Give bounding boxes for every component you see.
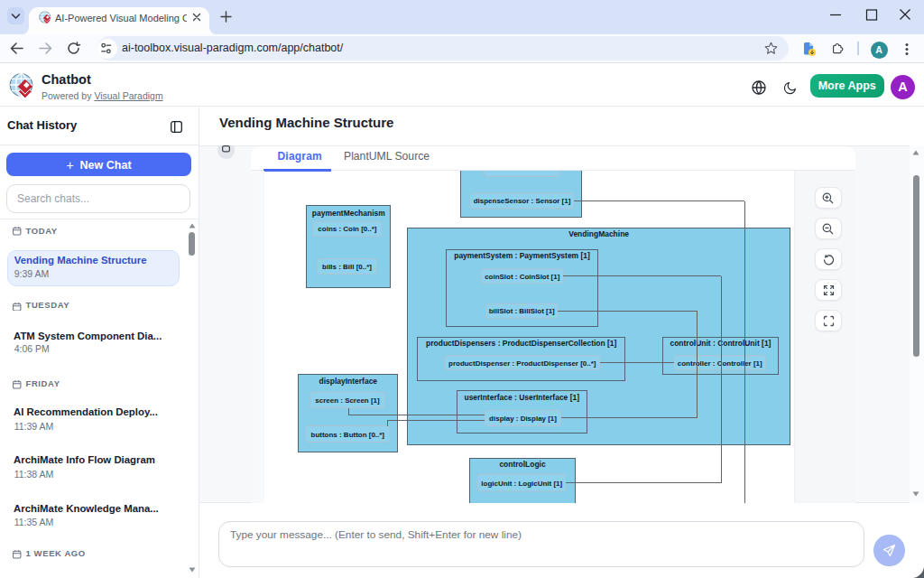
svg-text:controller : Controller [1]: controller : Controller [1] [678,359,762,367]
svg-text:controlLogic: controlLogic [499,460,546,469]
svg-text:bills : Bill [0..*]: bills : Bill [0..*] [322,262,372,270]
svg-text:controlUnit : ControlUnit [1]: controlUnit : ControlUnit [1] [670,338,771,347]
svg-text:logicUnit : LogicUnit [1]: logicUnit : LogicUnit [1] [481,479,562,487]
svg-text:buttons : Button [0..*]: buttons : Button [0..*] [311,430,385,438]
svg-text:billSlot : BillSlot [1]: billSlot : BillSlot [1] [489,307,555,315]
svg-text:VendingMachine: VendingMachine [568,229,629,238]
svg-text:userInterface : UserInterface: userInterface : UserInterface [1] [464,392,579,401]
svg-text:coins : Coin [0..*]: coins : Coin [0..*] [318,225,376,233]
svg-text:dispenseSensor : Sensor [1]: dispenseSensor : Sensor [1] [474,197,571,205]
svg-text:displayInterface: displayInterface [319,376,378,385]
svg-text:display : Display [1]: display : Display [1] [489,414,557,422]
svg-text:coinSlot : CoinSlot [1]: coinSlot : CoinSlot [1] [485,272,560,280]
svg-text:paymentSystem : PaymentSystem: paymentSystem : PaymentSystem [1] [454,251,590,260]
svg-text:screen : Screen [1]: screen : Screen [1] [315,396,380,404]
svg-text:productDispensers : ProductDis: productDispensers : ProductDispenserColl… [426,338,616,347]
svg-text:paymentMechanism: paymentMechanism [312,208,385,217]
svg-text:productDispenser : ProductDisp: productDispenser : ProductDispenser [0..… [448,359,596,367]
